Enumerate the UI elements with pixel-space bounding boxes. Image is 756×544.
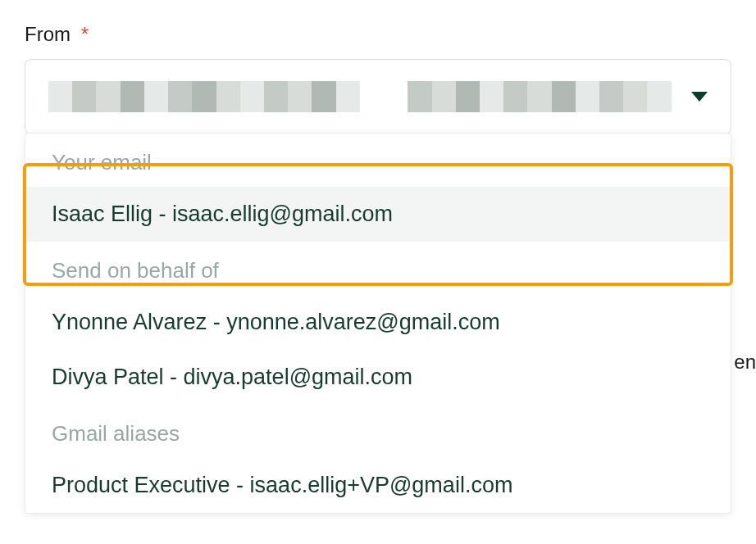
pixel-block (552, 81, 576, 112)
from-select-container: Your emailIsaac Ellig - isaac.ellig@gmai… (25, 59, 731, 134)
pixel-block (312, 81, 335, 112)
option-divya[interactable]: Divya Patel - divya.patel@gmail.com (25, 350, 731, 405)
pixel-block (336, 81, 360, 112)
from-dropdown-panel: Your emailIsaac Ellig - isaac.ellig@gmai… (25, 133, 731, 514)
pixel-block (216, 81, 240, 112)
pixel-block (121, 81, 144, 112)
pixel-block (240, 81, 264, 112)
pixel-block (384, 81, 408, 112)
pixel-block (480, 81, 503, 112)
pixel-block (48, 81, 72, 112)
group-header-gmail_aliases: Gmail aliases (25, 405, 731, 458)
option-product_exec[interactable]: Product Executive - isaac.ellig+VP@gmail… (25, 458, 731, 513)
pixel-block (576, 81, 599, 112)
pixel-block (647, 81, 671, 112)
pixel-block (264, 81, 288, 112)
pixel-block (168, 81, 192, 112)
field-label-text: From (25, 23, 71, 45)
pixel-block (623, 81, 647, 112)
pixel-block (144, 81, 168, 112)
required-asterisk: * (81, 23, 89, 45)
chevron-down-icon (691, 92, 708, 102)
field-label: From * (25, 23, 731, 46)
pixel-block (503, 81, 527, 112)
pixel-block (408, 81, 431, 112)
from-select[interactable] (25, 59, 731, 134)
pixel-block (96, 81, 120, 112)
redacted-value (48, 81, 672, 112)
pixel-block (360, 81, 384, 112)
group-header-your_email: Your email (25, 134, 731, 187)
pixel-block (192, 81, 216, 112)
pixel-block (599, 81, 623, 112)
pixel-block (456, 81, 480, 112)
option-ynonne[interactable]: Ynonne Alvarez - ynonne.alvarez@gmail.co… (25, 295, 731, 350)
option-isaac[interactable]: Isaac Ellig - isaac.ellig@gmail.com (25, 187, 731, 242)
pixel-block (432, 81, 456, 112)
pixel-block (527, 81, 551, 112)
pixel-block (72, 81, 96, 112)
clipped-edge-text: en (734, 351, 756, 374)
pixel-block (288, 81, 312, 112)
group-header-send_on_behalf: Send on behalf of (25, 242, 731, 295)
